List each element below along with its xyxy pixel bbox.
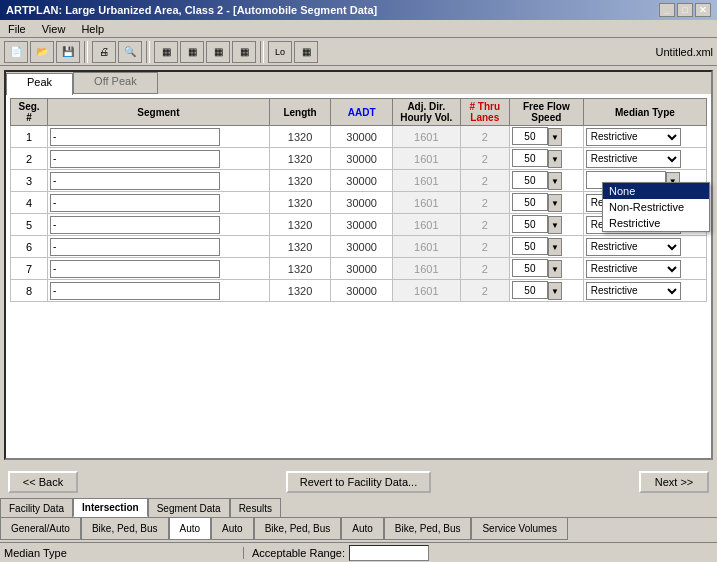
speed-input[interactable] <box>512 127 548 145</box>
dropdown-none[interactable]: None <box>603 183 709 199</box>
table-row: 713203000016012▼NoneNon-RestrictiveRestr… <box>11 258 707 280</box>
minimize-btn[interactable]: _ <box>659 3 675 17</box>
segment-input[interactable] <box>50 260 220 278</box>
menu-view[interactable]: View <box>38 22 70 36</box>
calc-button[interactable]: ▦ <box>294 41 318 63</box>
bottom-tab-row1: Facility Data Intersection Segment Data … <box>0 498 717 518</box>
subtab-bike-ped-bus-1[interactable]: Bike, Ped, Bus <box>81 518 169 540</box>
bottom-tab-results[interactable]: Results <box>230 498 281 517</box>
median-select[interactable]: NoneNon-RestrictiveRestrictive <box>586 260 681 278</box>
median-select[interactable]: NoneNon-RestrictiveRestrictive <box>586 150 681 168</box>
median-dropdown-popup[interactable]: None Non-Restrictive Restrictive <box>602 182 710 232</box>
col-aadt: AADT <box>331 99 393 126</box>
subtab-auto-1[interactable]: Auto <box>169 518 212 540</box>
speed-dropdown[interactable]: ▼ <box>548 172 562 190</box>
median-type-cell: NoneNon-RestrictiveRestrictive <box>583 126 706 148</box>
speed-dropdown[interactable]: ▼ <box>548 282 562 300</box>
adj-cell: 1601 <box>392 214 460 236</box>
bottom-tab-segment[interactable]: Segment Data <box>148 498 230 517</box>
acceptable-range-input[interactable] <box>349 545 429 561</box>
col-median: Median Type <box>583 99 706 126</box>
aadt-cell: 30000 <box>331 280 393 302</box>
next-button[interactable]: Next >> <box>639 471 709 493</box>
speed-dropdown[interactable]: ▼ <box>548 216 562 234</box>
tab-offpeak[interactable]: Off Peak <box>73 72 158 94</box>
subtab-bike-ped-bus-2[interactable]: Bike, Ped, Bus <box>254 518 342 540</box>
log-button[interactable]: Lo <box>268 41 292 63</box>
close-btn[interactable]: ✕ <box>695 3 711 17</box>
speed-input[interactable] <box>512 215 548 233</box>
adj-cell: 1601 <box>392 236 460 258</box>
speed-dropdown[interactable]: ▼ <box>548 128 562 146</box>
seg3-button[interactable]: ▦ <box>206 41 230 63</box>
toolbar: 📄 📂 💾 🖨 🔍 ▦ ▦ ▦ ▦ Lo ▦ Untitled.xml <box>0 38 717 66</box>
status-left: Median Type <box>4 547 244 559</box>
bottom-tab-facility[interactable]: Facility Data <box>0 498 73 517</box>
speed-input[interactable] <box>512 237 548 255</box>
main-area: Peak Off Peak Seg.# Segment Length AADT … <box>0 66 717 466</box>
menu-file[interactable]: File <box>4 22 30 36</box>
segment-input[interactable] <box>50 128 220 146</box>
subtab-service-volumes[interactable]: Service Volumes <box>471 518 567 540</box>
seg2-button[interactable]: ▦ <box>180 41 204 63</box>
median-type-cell: NoneNon-RestrictiveRestrictive <box>583 280 706 302</box>
segment-cell <box>48 192 270 214</box>
speed-dropdown[interactable]: ▼ <box>548 150 562 168</box>
seg-num-cell: 5 <box>11 214 48 236</box>
segment-cell <box>48 280 270 302</box>
revert-button[interactable]: Revert to Facility Data... <box>286 471 431 493</box>
menu-help[interactable]: Help <box>77 22 108 36</box>
segment-input[interactable] <box>50 194 220 212</box>
col-thru: # ThruLanes <box>460 99 509 126</box>
table-row: 613203000016012▼NoneNon-RestrictiveRestr… <box>11 236 707 258</box>
thru-lanes-cell: 2 <box>460 214 509 236</box>
preview-button[interactable]: 🔍 <box>118 41 142 63</box>
dropdown-non-restrictive[interactable]: Non-Restrictive <box>603 199 709 215</box>
seg1-button[interactable]: ▦ <box>154 41 178 63</box>
thru-lanes-cell: 2 <box>460 236 509 258</box>
adj-cell: 1601 <box>392 148 460 170</box>
speed-input[interactable] <box>512 193 548 211</box>
back-button[interactable]: << Back <box>8 471 78 493</box>
separator-1 <box>84 41 88 63</box>
filename-label: Untitled.xml <box>656 46 713 58</box>
median-select[interactable]: NoneNon-RestrictiveRestrictive <box>586 238 681 256</box>
speed-dropdown[interactable]: ▼ <box>548 260 562 278</box>
open-button[interactable]: 📂 <box>30 41 54 63</box>
speed-cell: ▼ <box>509 236 583 258</box>
speed-input[interactable] <box>512 281 548 299</box>
speed-dropdown[interactable]: ▼ <box>548 194 562 212</box>
segment-input[interactable] <box>50 172 220 190</box>
segment-input[interactable] <box>50 282 220 300</box>
thru-lanes-cell: 2 <box>460 170 509 192</box>
aadt-cell: 30000 <box>331 214 393 236</box>
subtab-auto-3[interactable]: Auto <box>341 518 384 540</box>
speed-dropdown[interactable]: ▼ <box>548 238 562 256</box>
median-select[interactable]: NoneNon-RestrictiveRestrictive <box>586 128 681 146</box>
seg4-button[interactable]: ▦ <box>232 41 256 63</box>
maximize-btn[interactable]: □ <box>677 3 693 17</box>
bottom-tab-intersection[interactable]: Intersection <box>73 498 148 517</box>
speed-input[interactable] <box>512 259 548 277</box>
median-select[interactable]: NoneNon-RestrictiveRestrictive <box>586 282 681 300</box>
speed-input[interactable] <box>512 149 548 167</box>
new-button[interactable]: 📄 <box>4 41 28 63</box>
tab-peak[interactable]: Peak <box>6 73 73 95</box>
segment-input[interactable] <box>50 216 220 234</box>
save-button[interactable]: 💾 <box>56 41 80 63</box>
seg-num-cell: 6 <box>11 236 48 258</box>
bottom-tab-row2: General/Auto Bike, Ped, Bus Auto Auto Bi… <box>0 518 717 540</box>
speed-input[interactable] <box>512 171 548 189</box>
dropdown-restrictive[interactable]: Restrictive <box>603 215 709 231</box>
subtab-bike-ped-bus-3[interactable]: Bike, Ped, Bus <box>384 518 472 540</box>
subtab-general-auto[interactable]: General/Auto <box>0 518 81 540</box>
length-cell: 1320 <box>269 280 331 302</box>
aadt-cell: 30000 <box>331 192 393 214</box>
subtab-auto-2[interactable]: Auto <box>211 518 254 540</box>
segment-input[interactable] <box>50 238 220 256</box>
col-length: Length <box>269 99 331 126</box>
separator-3 <box>260 41 264 63</box>
print-button[interactable]: 🖨 <box>92 41 116 63</box>
segment-input[interactable] <box>50 150 220 168</box>
col-segment: Segment <box>48 99 270 126</box>
